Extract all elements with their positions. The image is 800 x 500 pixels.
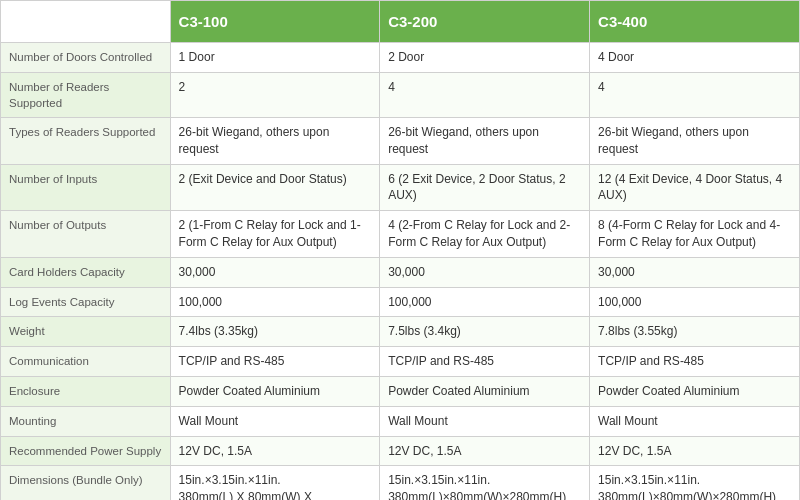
table-row: Number of Outputs2 (1-From C Relay for L…	[1, 211, 800, 258]
row-value-c3400: 100,000	[590, 287, 800, 317]
row-value-c3400: 4	[590, 72, 800, 117]
row-value-c3200: 4	[380, 72, 590, 117]
row-value-c3100: 12V DC, 1.5A	[170, 436, 380, 466]
row-value-c3400: 7.8lbs (3.55kg)	[590, 317, 800, 347]
row-value-c3200: 26-bit Wiegand, others upon request	[380, 117, 590, 164]
row-value-c3400: 15in.×3.15in.×11in.380mm(L)×80mm(W)×280m…	[590, 466, 800, 500]
row-label: Communication	[1, 347, 171, 377]
header-c3200: C3-200	[380, 1, 590, 43]
row-value-c3200: 15in.×3.15in.×11in.380mm(L)×80mm(W)×280m…	[380, 466, 590, 500]
row-value-c3200: 7.5lbs (3.4kg)	[380, 317, 590, 347]
row-value-c3100: 26-bit Wiegand, others upon request	[170, 117, 380, 164]
row-label: Number of Inputs	[1, 164, 171, 211]
row-value-c3200: 30,000	[380, 257, 590, 287]
row-label: Dimensions (Bundle Only)	[1, 466, 171, 500]
table-row: Log Events Capacity100,000100,000100,000	[1, 287, 800, 317]
table-row: MountingWall MountWall MountWall Mount	[1, 406, 800, 436]
row-value-c3400: 4 Door	[590, 43, 800, 73]
row-value-c3100: 7.4lbs (3.35kg)	[170, 317, 380, 347]
row-label: Enclosure	[1, 376, 171, 406]
table-row: Weight7.4lbs (3.35kg)7.5lbs (3.4kg)7.8lb…	[1, 317, 800, 347]
row-value-c3100: TCP/IP and RS-485	[170, 347, 380, 377]
row-value-c3400: 30,000	[590, 257, 800, 287]
row-value-c3100: 100,000	[170, 287, 380, 317]
table-row: CommunicationTCP/IP and RS-485TCP/IP and…	[1, 347, 800, 377]
table-row: EnclosurePowder Coated AluminiumPowder C…	[1, 376, 800, 406]
table-row: Number of Inputs2 (Exit Device and Door …	[1, 164, 800, 211]
row-label: Recommended Power Supply	[1, 436, 171, 466]
row-label: Number of Outputs	[1, 211, 171, 258]
row-label: Weight	[1, 317, 171, 347]
table-row: Recommended Power Supply12V DC, 1.5A12V …	[1, 436, 800, 466]
row-value-c3200: 6 (2 Exit Device, 2 Door Status, 2 AUX)	[380, 164, 590, 211]
comparison-table-container: C3-100 C3-200 C3-400 Number of Doors Con…	[0, 0, 800, 500]
row-value-c3100: Powder Coated Aluminium	[170, 376, 380, 406]
row-value-c3200: 100,000	[380, 287, 590, 317]
row-value-c3100: 1 Door	[170, 43, 380, 73]
row-label: Log Events Capacity	[1, 287, 171, 317]
row-value-c3200: 4 (2-From C Relay for Lock and 2-Form C …	[380, 211, 590, 258]
row-value-c3200: 12V DC, 1.5A	[380, 436, 590, 466]
table-row: Number of Doors Controlled1 Door2 Door4 …	[1, 43, 800, 73]
row-value-c3100: 2	[170, 72, 380, 117]
comparison-table: C3-100 C3-200 C3-400 Number of Doors Con…	[0, 0, 800, 500]
row-value-c3400: Wall Mount	[590, 406, 800, 436]
row-label: Types of Readers Supported	[1, 117, 171, 164]
row-value-c3200: 2 Door	[380, 43, 590, 73]
table-row: Dimensions (Bundle Only)15in.×3.15in.×11…	[1, 466, 800, 500]
row-value-c3400: 26-bit Wiegand, others upon request	[590, 117, 800, 164]
row-label: Card Holders Capacity	[1, 257, 171, 287]
row-value-c3400: Powder Coated Aluminium	[590, 376, 800, 406]
row-value-c3400: TCP/IP and RS-485	[590, 347, 800, 377]
row-value-c3100: Wall Mount	[170, 406, 380, 436]
row-label: Number of Doors Controlled	[1, 43, 171, 73]
row-value-c3200: TCP/IP and RS-485	[380, 347, 590, 377]
row-label: Mounting	[1, 406, 171, 436]
row-value-c3200: Powder Coated Aluminium	[380, 376, 590, 406]
header-c3100: C3-100	[170, 1, 380, 43]
header-label-col	[1, 1, 171, 43]
row-value-c3100: 2 (1-From C Relay for Lock and 1-Form C …	[170, 211, 380, 258]
row-value-c3200: Wall Mount	[380, 406, 590, 436]
row-value-c3100: 2 (Exit Device and Door Status)	[170, 164, 380, 211]
row-value-c3100: 15in.×3.15in.×11in.380mm(L) X 80mm(W) X …	[170, 466, 380, 500]
table-row: Number of Readers Supported244	[1, 72, 800, 117]
row-value-c3400: 8 (4-Form C Relay for Lock and 4-Form C …	[590, 211, 800, 258]
row-value-c3400: 12V DC, 1.5A	[590, 436, 800, 466]
header-c3400: C3-400	[590, 1, 800, 43]
row-value-c3100: 30,000	[170, 257, 380, 287]
table-row: Card Holders Capacity30,00030,00030,000	[1, 257, 800, 287]
row-label: Number of Readers Supported	[1, 72, 171, 117]
table-row: Types of Readers Supported26-bit Wiegand…	[1, 117, 800, 164]
row-value-c3400: 12 (4 Exit Device, 4 Door Status, 4 AUX)	[590, 164, 800, 211]
header-row: C3-100 C3-200 C3-400	[1, 1, 800, 43]
